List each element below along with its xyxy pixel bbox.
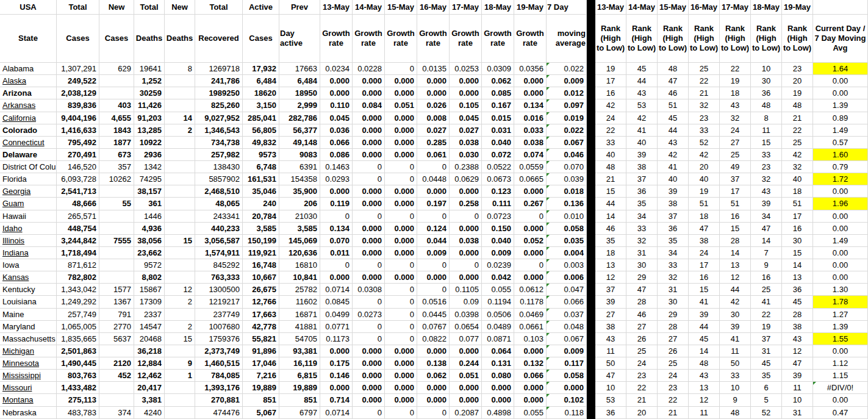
cell-active-cases[interactable]: 7,216: [243, 370, 279, 382]
cell-ratio[interactable]: 0.79: [813, 161, 868, 173]
cell-rank-19-may[interactable]: 38: [782, 321, 813, 333]
cell-rank-19-may[interactable]: 25: [782, 137, 813, 149]
cell-rank-16-may[interactable]: 52: [689, 137, 720, 149]
cell-rank-19-may[interactable]: 42: [782, 149, 813, 161]
cell-total-deaths[interactable]: 91,203: [134, 112, 165, 124]
cell-total-recovered[interactable]: 1989250: [195, 87, 243, 99]
cell-prev-day-active[interactable]: 282,786: [279, 112, 320, 124]
cell-active-cases[interactable]: 3,585: [243, 223, 279, 235]
cell-growth-13-may[interactable]: 0.011: [320, 247, 353, 259]
cell-growth-14-may[interactable]: 0.000: [353, 370, 385, 382]
state-cell[interactable]: Mississippi: [0, 370, 57, 382]
cell-rank-18-may[interactable]: 34: [751, 210, 782, 223]
header-cell-growth-13-may[interactable]: 13-May: [320, 0, 353, 15]
cell-total-recovered[interactable]: 845292: [195, 259, 243, 271]
cell-moving-average[interactable]: 0.048: [547, 321, 587, 333]
state-cell[interactable]: Arizona: [0, 87, 57, 99]
cell-growth-19-may[interactable]: 0.103: [514, 333, 547, 345]
cell-rank-16-may[interactable]: 39: [689, 309, 720, 321]
cell-total-cases[interactable]: 1,490,445: [57, 357, 99, 370]
cell-prev-day-active[interactable]: 3,585: [279, 223, 320, 235]
cell-total-recovered[interactable]: 784,085: [195, 370, 243, 382]
cell-rank-16-may[interactable]: 43: [689, 370, 720, 382]
cell-rank-14-may[interactable]: 38: [626, 161, 658, 173]
cell-ratio[interactable]: 1.39: [813, 99, 868, 112]
cell-active-cases[interactable]: 42,778: [243, 321, 279, 333]
state-cell[interactable]: Arkansas: [0, 99, 57, 112]
cell-growth-13-may[interactable]: 0.0714: [320, 407, 353, 419]
cell-rank-15-may[interactable]: 30: [658, 296, 689, 308]
cell-rank-18-may[interactable]: 32: [751, 173, 782, 185]
cell-prev-day-active[interactable]: 10,841: [279, 271, 320, 284]
cell-ratio[interactable]: 0.00: [813, 87, 868, 99]
cell-prev-day-active[interactable]: 21030: [279, 210, 320, 223]
header-cell-active-cases[interactable]: Active: [243, 0, 279, 15]
cell-growth-15-may[interactable]: 0.000: [385, 198, 417, 210]
cell-rank-16-may[interactable]: 18: [689, 210, 720, 223]
cell-active-cases[interactable]: 6,748: [243, 161, 279, 173]
cell-new-deaths[interactable]: [165, 149, 195, 161]
cell-new-cases[interactable]: 2770: [99, 321, 134, 333]
header-cell-rank-18-may[interactable]: Rank (High to Low): [751, 15, 782, 63]
cell-rank-15-may[interactable]: 47: [658, 75, 689, 87]
cell-growth-18-may[interactable]: 0.0723: [482, 210, 514, 223]
header-cell-growth-17-may[interactable]: Growth rate: [450, 15, 482, 63]
cell-growth-19-may[interactable]: 0.000: [514, 247, 547, 259]
cell-rank-17-may[interactable]: 11: [720, 345, 751, 357]
header-cell-growth-13-may[interactable]: Growth rate: [320, 15, 353, 63]
cell-total-deaths[interactable]: 13,285: [134, 124, 165, 137]
cell-growth-16-may[interactable]: 0.000: [417, 87, 450, 99]
cell-growth-16-may[interactable]: 0.000: [417, 185, 450, 198]
cell-growth-17-may[interactable]: 0.0253: [450, 63, 482, 75]
cell-new-deaths[interactable]: 9: [165, 357, 195, 370]
cell-rank-14-may[interactable]: 27: [626, 321, 658, 333]
cell-rank-16-may[interactable]: 44: [689, 321, 720, 333]
header-cell-rank-14-may[interactable]: 14-May: [626, 0, 658, 15]
cell-active-cases[interactable]: 3,150: [243, 99, 279, 112]
cell-growth-17-may[interactable]: 0.030: [450, 149, 482, 161]
cell-total-cases[interactable]: 146,520: [57, 161, 99, 173]
cell-ratio[interactable]: 0.00: [813, 223, 868, 235]
state-cell[interactable]: Colorado: [0, 124, 57, 137]
cell-new-deaths[interactable]: 14: [165, 112, 195, 124]
cell-total-recovered[interactable]: 138430: [195, 161, 243, 173]
cell-growth-18-may[interactable]: 0.000: [482, 382, 514, 394]
cell-rank-19-may[interactable]: 15: [782, 247, 813, 259]
cell-growth-15-may[interactable]: 0.000: [385, 382, 417, 394]
cell-rank-17-may[interactable]: 10: [720, 382, 751, 394]
cell-growth-16-may[interactable]: 0.044: [417, 235, 450, 247]
cell-rank-13-may[interactable]: 53: [595, 394, 626, 406]
cell-growth-18-may[interactable]: 0.040: [482, 137, 514, 149]
cell-total-recovered[interactable]: 243341: [195, 210, 243, 223]
cell-growth-13-may[interactable]: 0.000: [320, 271, 353, 284]
cell-new-cases[interactable]: [99, 345, 134, 357]
cell-growth-17-may[interactable]: 0.000: [450, 75, 482, 87]
cell-growth-18-may[interactable]: 0.131: [482, 357, 514, 370]
cell-rank-17-may[interactable]: 48: [720, 407, 751, 419]
cell-total-recovered[interactable]: 734,738: [195, 137, 243, 149]
cell-growth-18-may[interactable]: 0.085: [482, 87, 514, 99]
cell-growth-14-may[interactable]: 0.000: [353, 75, 385, 87]
cell-rank-14-may[interactable]: 37: [626, 173, 658, 185]
cell-moving-average[interactable]: 0.018: [547, 185, 587, 198]
cell-new-cases[interactable]: 4,655: [99, 112, 134, 124]
cell-growth-14-may[interactable]: 0: [353, 259, 385, 271]
cell-growth-19-may[interactable]: 0.0469: [514, 309, 547, 321]
cell-growth-16-may[interactable]: 0.000: [417, 382, 450, 394]
cell-growth-16-may[interactable]: 0.285: [417, 137, 450, 149]
cell-total-deaths[interactable]: 14547: [134, 321, 165, 333]
cell-growth-14-may[interactable]: 0.000: [353, 382, 385, 394]
cell-total-cases[interactable]: 257,749: [57, 309, 99, 321]
cell-active-cases[interactable]: 12,766: [243, 296, 279, 308]
cell-growth-16-may[interactable]: 0.0448: [417, 173, 450, 185]
cell-total-recovered[interactable]: 1,346,543: [195, 124, 243, 137]
cell-growth-13-may[interactable]: 0: [320, 210, 353, 223]
cell-rank-14-may[interactable]: 21: [626, 394, 658, 406]
cell-growth-15-may[interactable]: 0: [385, 321, 417, 333]
cell-growth-17-may[interactable]: 0: [450, 259, 482, 271]
cell-growth-19-may[interactable]: 0.000: [514, 345, 547, 357]
state-cell[interactable]: Minnesota: [0, 357, 57, 370]
cell-rank-13-may[interactable]: 18: [595, 247, 626, 259]
state-cell[interactable]: Delaware: [0, 149, 57, 161]
cell-ratio[interactable]: 0.00: [813, 185, 868, 198]
